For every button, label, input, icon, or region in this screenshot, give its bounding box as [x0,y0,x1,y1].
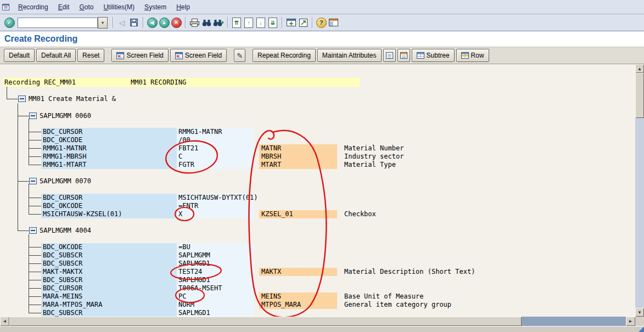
field-value-cell[interactable]: MSICHTAUSW-DYTXT(01) [177,194,254,202]
group-label: SAPLMGMM 0070 [40,177,91,185]
field-value-cell[interactable]: FBT21 [177,144,254,153]
field-value-cell[interactable]: SAPLMGD1 [177,276,254,284]
edit-button[interactable]: ✎ [234,49,245,62]
table-row: MARA-MEINS PC MEINS Base Unit of Measure [0,292,635,301]
field-value-cell[interactable]: SAPLMGD1 [177,309,254,317]
scroll-down-button[interactable]: ▼ [635,308,644,317]
collapse-node-icon[interactable] [29,227,37,234]
field-value-cell[interactable]: TEST24 [177,268,254,276]
create-shortcut-icon[interactable] [297,16,309,29]
field-value-cell[interactable]: SAPLMGMM [177,251,254,260]
field-value-cell[interactable]: RMMG1-MATNR [177,128,254,136]
screen-field-button-1[interactable]: Screen Field [111,49,168,62]
help-button[interactable]: ? [315,16,327,29]
new-session-icon[interactable] [285,16,297,29]
print-icon[interactable] [188,16,200,29]
menu-help[interactable]: Help [171,2,195,13]
expand-all-button[interactable] [383,49,396,62]
vertical-scrollbar-thumb[interactable] [635,73,644,118]
maintain-attributes-button[interactable]: Maintain Attributes [317,49,382,62]
tree-group-node: SAPLMGMM 4004 [0,227,635,235]
screen-field-icon [175,52,183,59]
collapse-node-icon[interactable] [29,112,37,119]
field-description: Base Unit of Measure [343,292,424,301]
cancel-button[interactable]: ✕ [170,16,182,29]
resize-grip[interactable] [638,327,644,332]
horizontal-scrollbar[interactable]: ◄ ► [0,317,635,326]
field-name-cell: RMMG1-MATNR [41,144,177,153]
scroll-right-button[interactable]: ► [626,317,635,326]
recording-description-field[interactable]: MM01 RECORDING [126,78,360,87]
find-next-icon[interactable] [212,16,225,29]
subtree-icon [417,52,424,59]
menu-recording[interactable]: Recording [13,2,53,13]
field-name-cell: RMMG1-MTART [41,161,177,169]
page-down-button[interactable]: ↓ [255,16,267,29]
table-row: BDC_OKCODE =BU [0,243,635,251]
table-row: BDC_CURSOR RMMG1-MATNR [0,128,635,136]
field-value-cell[interactable]: X [177,210,254,218]
default-all-button[interactable]: Default All [36,49,76,62]
enter-button[interactable]: ✓ [3,16,15,29]
field-name-cell: BDC_SUBSCR [41,276,177,284]
field-value-cell[interactable]: T006A-MSEHT [177,284,254,292]
menu-system[interactable]: System [139,2,171,13]
table-row: BDC_OKCODE /00 [0,136,635,144]
field-value-cell[interactable]: /00 [177,136,254,144]
table-row: BDC_SUBSCR SAPLMGD1 [0,309,635,317]
last-page-button[interactable]: ⇊ [267,16,279,29]
save-icon[interactable] [128,16,140,29]
page-up-button[interactable]: ↑ [243,16,255,29]
window-bottom-frame [0,326,644,332]
field-name-cell: BDC_CURSOR [41,128,177,136]
command-input[interactable] [18,18,98,28]
collapse-all-button[interactable] [397,49,410,62]
horizontal-scrollbar-thumb[interactable] [9,317,522,326]
window-icon[interactable] [2,3,11,12]
field-value-cell[interactable]: SAPLMGD1 [177,260,254,268]
field-value-cell[interactable]: PC [177,292,254,301]
sap-window: Recording Edit Goto Utilities(M) System … [0,0,644,332]
default-button[interactable]: Default [4,49,35,62]
standard-toolbar: ✓ ▾ ◁ ◀ ▲ ✕ ⇈ ↑ ↓ ⇊ [0,14,644,31]
back-button[interactable]: ◀ [146,16,158,29]
field-name-cell: MARA-MTPOS_MARA [41,301,177,309]
menu-goto[interactable]: Goto [74,2,98,13]
screen-field-button-label: Screen Field [185,52,222,59]
toolbar-separator [143,17,143,28]
scroll-up-button[interactable]: ▲ [635,64,644,73]
field-name-cell: BDC_SUBSCR [41,260,177,268]
collapse-node-icon[interactable] [29,178,37,184]
help-icon: ? [316,18,327,28]
toolbar-separator [227,17,228,28]
find-icon[interactable] [200,16,212,29]
subtree-button[interactable]: Subtree [412,49,455,62]
exit-button[interactable]: ▲ [158,16,170,29]
field-value-cell[interactable]: =ENTR [177,202,254,210]
field-value-cell[interactable]: C [177,153,254,161]
table-row: RMMG1-MATNR FBT21 MATNR Material Number [0,144,635,153]
recording-name-field[interactable]: Recording REC_MM01 [3,78,127,87]
row-icon [461,52,469,59]
screen-field-button-2[interactable]: Screen Field [170,49,227,62]
repeat-recording-button[interactable]: Repeat Recording [253,49,316,62]
field-value-cell[interactable]: FGTR [177,161,254,169]
menu-edit[interactable]: Edit [53,2,75,13]
collapse-node-icon[interactable] [18,95,26,102]
enter-key-icon[interactable]: ◁ [116,16,128,29]
scroll-left-button[interactable]: ◄ [0,317,9,326]
field-value-cell[interactable]: =BU [177,243,254,251]
screen-field-cell: KZSEL_01 [259,210,337,218]
menu-utilities[interactable]: Utilities(M) [98,2,139,13]
customize-layout-icon[interactable] [327,16,339,29]
reset-button[interactable]: Reset [77,49,104,62]
group-label: SAPLMGMM 4004 [40,227,91,235]
vertical-scrollbar[interactable]: ▲ ▼ [635,64,644,317]
field-description: Checkbox [343,210,376,218]
command-history-button[interactable]: ▾ [98,17,108,29]
field-value-cell[interactable]: NORM [177,301,254,309]
table-row: MAKT-MAKTX TEST24 MAKTX Material Descrip… [0,268,635,276]
row-button[interactable]: Row [456,49,489,62]
page-up-icon: ↑ [244,18,253,28]
first-page-button[interactable]: ⇈ [231,16,243,29]
